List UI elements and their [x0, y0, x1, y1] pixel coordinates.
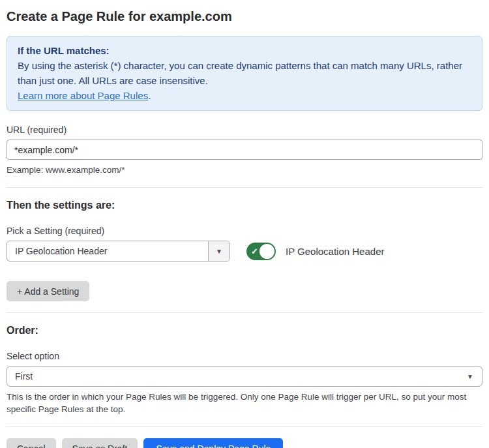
info-box-link-line: Learn more about Page Rules. [18, 88, 471, 103]
page-title: Create a Page Rule for example.com [7, 8, 482, 25]
add-setting-button[interactable]: + Add a Setting [7, 281, 89, 301]
ip-geolocation-toggle[interactable]: ✓ [246, 243, 276, 260]
toggle-label: IP Geolocation Header [286, 246, 385, 257]
divider [7, 426, 482, 427]
order-select-label: Select option [7, 351, 482, 361]
setting-picker-label: Pick a Setting (required) [7, 226, 482, 236]
info-box-body: By using the asterisk (*) character, you… [18, 58, 471, 88]
setting-select[interactable]: IP Geolocation Header ▼ [7, 241, 230, 261]
check-icon: ✓ [251, 247, 258, 256]
info-box-heading: If the URL matches: [18, 43, 471, 58]
save-deploy-button[interactable]: Save and Deploy Page Rule [143, 438, 283, 448]
save-draft-button[interactable]: Save as Draft [62, 438, 138, 448]
footer-actions: Cancel Save as Draft Save and Deploy Pag… [7, 438, 482, 448]
chevron-down-icon[interactable]: ▼ [208, 241, 230, 261]
url-label: URL (required) [7, 125, 482, 135]
url-match-info-box: If the URL matches: By using the asteris… [7, 36, 482, 111]
order-select[interactable]: First ▼ [7, 366, 482, 387]
order-section-heading: Order: [7, 324, 482, 337]
order-select-value: First [7, 366, 467, 386]
divider [7, 187, 482, 188]
cancel-button[interactable]: Cancel [7, 438, 56, 448]
setting-select-value: IP Geolocation Header [7, 241, 208, 261]
setting-row: IP Geolocation Header ▼ ✓ IP Geolocation… [7, 241, 482, 261]
url-input[interactable] [7, 140, 482, 160]
chevron-down-icon: ▼ [467, 366, 482, 386]
create-page-rule-form: Create a Page Rule for example.com If th… [0, 0, 489, 448]
divider [7, 312, 482, 313]
toggle-knob [259, 244, 274, 259]
link-suffix: . [148, 90, 151, 101]
learn-more-link[interactable]: Learn more about Page Rules [18, 90, 148, 101]
settings-section-heading: Then the settings are: [7, 199, 482, 212]
url-example-helper: Example: www.example.com/* [7, 164, 482, 176]
order-helper: This is the order in which your Page Rul… [7, 391, 482, 415]
